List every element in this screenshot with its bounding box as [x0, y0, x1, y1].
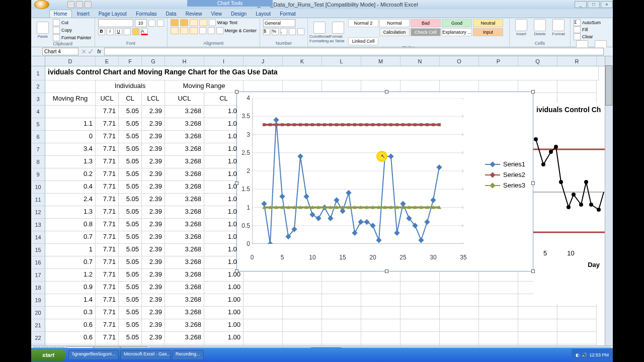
cell[interactable]: [518, 332, 557, 344]
cell[interactable]: 1.00: [204, 319, 244, 332]
tab-home[interactable]: Home: [49, 10, 72, 18]
cell[interactable]: [557, 80, 597, 93]
cell[interactable]: 5.05: [119, 206, 142, 219]
cell[interactable]: 2.39: [142, 231, 165, 244]
cell[interactable]: ividuals Control Chart and Moving Range …: [45, 66, 599, 80]
qat-undo-icon[interactable]: [76, 1, 83, 8]
cell[interactable]: 2.39: [142, 244, 165, 256]
row-header[interactable]: 22: [31, 332, 45, 344]
format-as-table-button[interactable]: Format as Table: [330, 22, 347, 43]
conditional-formatting-button[interactable]: Conditional Formatting: [311, 22, 328, 43]
column-header[interactable]: E: [96, 56, 119, 66]
cell[interactable]: 2.39: [142, 194, 165, 206]
row-header[interactable]: 7: [31, 143, 45, 156]
cell[interactable]: 3.268: [165, 118, 204, 131]
cell[interactable]: 0: [45, 131, 96, 143]
row-header[interactable]: 17: [31, 269, 45, 282]
increase-decimal-icon[interactable]: [289, 28, 296, 35]
cell[interactable]: 7.71: [96, 131, 119, 143]
cell[interactable]: 7.71: [96, 332, 119, 344]
cell[interactable]: 7.71: [96, 244, 119, 256]
cell[interactable]: [244, 282, 283, 294]
percent-icon[interactable]: %: [272, 28, 279, 35]
cell[interactable]: 3.268: [165, 206, 204, 219]
qat-redo-icon[interactable]: [85, 1, 92, 8]
column-header[interactable]: J: [244, 56, 283, 66]
cell[interactable]: 5.05: [119, 194, 142, 206]
chart-legend[interactable]: Series1Series2Series3: [485, 157, 528, 192]
row-header[interactable]: 14: [31, 231, 45, 244]
worksheet-grid[interactable]: DEFGHIJKLMNOPQR 123456789101112131415161…: [31, 56, 613, 345]
cell[interactable]: 2.39: [142, 332, 165, 344]
formula-bar[interactable]: [104, 48, 604, 55]
cell-style-normal[interactable]: Normal: [379, 19, 410, 27]
cell[interactable]: [283, 319, 322, 332]
cell[interactable]: 3.4: [45, 143, 96, 156]
cell-style-explanatory----[interactable]: Explanatory ...: [442, 28, 472, 36]
cell[interactable]: 7.71: [96, 194, 119, 206]
cell[interactable]: 3.268: [165, 131, 204, 143]
cell[interactable]: 3.268: [165, 307, 204, 319]
cell[interactable]: [244, 344, 283, 345]
cell[interactable]: 0.6: [45, 332, 96, 344]
align-left-icon[interactable]: [171, 27, 179, 34]
cell[interactable]: 3.268: [165, 156, 204, 168]
row-header[interactable]: 3: [31, 93, 45, 106]
border-icon[interactable]: [124, 28, 131, 35]
format-painter-icon[interactable]: [53, 34, 60, 41]
cell[interactable]: [479, 294, 518, 307]
cell[interactable]: [361, 344, 400, 345]
cell[interactable]: [400, 319, 440, 332]
legend-entry[interactable]: Series3: [485, 182, 528, 189]
office-button[interactable]: [34, 0, 49, 9]
cell[interactable]: 5.05: [119, 344, 142, 345]
cell[interactable]: [322, 319, 361, 332]
fill-color-icon[interactable]: [132, 28, 139, 35]
cell[interactable]: 1.4: [45, 294, 96, 307]
cell[interactable]: 5.05: [119, 282, 142, 294]
cell[interactable]: 7.71: [96, 269, 119, 282]
chart-plot-area[interactable]: [252, 98, 463, 244]
cell[interactable]: 0.3: [45, 307, 96, 319]
cell[interactable]: [45, 106, 96, 118]
cell[interactable]: 2.39: [142, 118, 165, 131]
cell[interactable]: 3.268: [165, 168, 204, 181]
cell[interactable]: [440, 294, 479, 307]
cell[interactable]: 5.05: [119, 319, 142, 332]
start-button[interactable]: start: [31, 349, 65, 361]
cell[interactable]: [557, 332, 597, 344]
cell[interactable]: 2.39: [142, 131, 165, 143]
cell[interactable]: 7.71: [96, 156, 119, 168]
cell[interactable]: 0.7: [45, 231, 96, 244]
tab-formulas[interactable]: Formulas: [132, 10, 161, 18]
fx-icon[interactable]: fx: [97, 49, 101, 54]
cell[interactable]: [479, 344, 518, 345]
cell[interactable]: 5.05: [119, 219, 142, 231]
cell[interactable]: 5.05: [119, 244, 142, 256]
cell[interactable]: [322, 307, 361, 319]
tab-design[interactable]: Design: [227, 10, 251, 18]
bold-icon[interactable]: B: [98, 28, 105, 35]
tab-data[interactable]: Data: [162, 10, 181, 18]
tab-page-layout[interactable]: Page Layout: [95, 10, 131, 18]
tab-view[interactable]: View: [207, 10, 226, 18]
cell[interactable]: 2.39: [142, 143, 165, 156]
cell[interactable]: 2.39: [142, 181, 165, 194]
tab-layout[interactable]: Layout: [252, 10, 275, 18]
cell[interactable]: [400, 294, 440, 307]
cell[interactable]: 3.268: [165, 344, 204, 345]
tray-icon[interactable]: 🔊: [582, 352, 587, 357]
cell[interactable]: 3.268: [165, 269, 204, 282]
cell[interactable]: 3.268: [165, 294, 204, 307]
row-header[interactable]: 18: [31, 282, 45, 294]
comma-icon[interactable]: ,: [280, 28, 287, 35]
close-icon[interactable]: ×: [601, 1, 613, 8]
cell[interactable]: [440, 332, 479, 344]
cell[interactable]: [244, 319, 283, 332]
cell[interactable]: 7.71: [96, 319, 119, 332]
copy-icon[interactable]: [53, 27, 60, 34]
system-tray[interactable]: ◐ 🔊 12:53 PM: [572, 349, 613, 361]
cell[interactable]: 5.05: [119, 143, 142, 156]
cut-icon[interactable]: [53, 19, 60, 26]
minimize-icon[interactable]: _: [575, 1, 587, 8]
